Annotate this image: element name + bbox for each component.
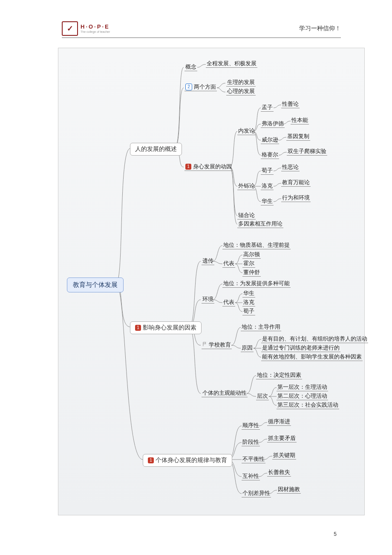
node-laws: 1个体身心发展的规律与教育 — [143, 454, 232, 467]
leaf-multi: 多因素相互作用论 — [237, 220, 283, 228]
leaf-freud: 弗洛伊德 — [261, 120, 285, 128]
logo-subtitle: The college of teacher — [81, 30, 110, 33]
node-inner: 内发论 — [237, 127, 256, 135]
node-two-aspects: 2两个方面 — [184, 84, 217, 91]
header-slogan: 学习一种信仰！ — [299, 25, 341, 32]
node-concept-label: 概念 — [184, 64, 197, 71]
leaf-level3: 第三层次：社会实践活动 — [277, 402, 339, 409]
leaf-school-r3: 能有效地控制、影响学生发展的各种因素 — [261, 353, 363, 361]
leaf-wilson-what: 基因复制 — [286, 133, 310, 141]
node-drivers: 1身心发展的动因 — [184, 163, 233, 171]
leaf-env-reps-label: 代表 — [222, 299, 235, 306]
logo-icon: ✓ — [62, 21, 78, 36]
leaf-school-r1: 是有目的、有计划、有组织的培养人的活动 — [261, 335, 368, 343]
mindmap-canvas: 教育与个体发展 人的发展的概述 概念 全程发展、积极发展 2两个方面 生理的发展… — [58, 48, 365, 515]
leaf-convergent: 辐合论 — [237, 212, 256, 220]
leaf-law-1: 阶段性 — [242, 439, 260, 446]
leaf-edu-3: 长善救失 — [267, 469, 291, 477]
page-number: 5 — [334, 531, 337, 537]
leaf-agency-levels-label: 层次 — [256, 393, 269, 400]
leaf-hall: 霍尔 — [242, 260, 255, 268]
leaf-mengzi: 孟子 — [261, 104, 274, 112]
leaf-school-reason-label: 原因 — [241, 344, 254, 352]
leaf-law-0: 顺序性 — [242, 422, 260, 430]
node-factors: 1影响身心发展的因素 — [130, 321, 202, 334]
leaf-law-2: 不平衡性 — [242, 456, 265, 463]
leaf-watson: 华生 — [261, 198, 274, 205]
leaf-school-r2: 是通过专门训练的老师来进行的 — [261, 344, 340, 352]
leaf-env-pos: 地位：为发展提供多种可能 — [222, 280, 291, 288]
leaf-galton: 高尔顿 — [242, 251, 261, 259]
node-schooling: 学校教育 — [202, 341, 232, 349]
leaf-xunzi-what: 性恶论 — [281, 164, 300, 171]
leaf-level2: 第二层次：心理活动 — [277, 393, 328, 400]
page-header: ✓ H·O·P·E The college of teacher 学习一种信仰！ — [62, 21, 341, 38]
node-concept-text: 全程发展、积极发展 — [206, 60, 257, 68]
leaf-mengzi-what: 性善论 — [281, 101, 300, 108]
leaf-gesell-what: 双生子爬梯实验 — [287, 148, 327, 156]
leaf-psy-dev: 心理的发展 — [226, 88, 256, 95]
logo: ✓ H·O·P·E The college of teacher — [62, 21, 110, 36]
leaf-env-locke: 洛克 — [242, 299, 255, 306]
root-node: 教育与个体发展 — [67, 278, 124, 292]
node-heredity: 遗传 — [202, 257, 214, 265]
leaf-edu-1: 抓主要矛盾 — [267, 435, 297, 442]
node-environment: 环境 — [202, 296, 214, 304]
leaf-dong: 董仲舒 — [242, 269, 261, 277]
leaf-locke-what: 教育万能论 — [281, 179, 311, 187]
node-overview: 人的发展的概述 — [130, 143, 182, 156]
leaf-school-pos: 地位：主导作用 — [241, 324, 281, 331]
node-agency: 个体的主观能动性 — [202, 390, 248, 397]
leaf-heredity-pos: 地位：物质基础、生理前提 — [222, 242, 291, 249]
leaf-level1: 第一层次：生理活动 — [277, 384, 328, 391]
node-outer: 外铄论 — [237, 182, 256, 190]
leaf-law-4: 个别差异性 — [242, 490, 271, 497]
leaf-gesell: 格赛尔 — [261, 151, 279, 159]
leaf-edu-2: 抓关键期 — [272, 452, 296, 460]
leaf-locke: 洛克 — [261, 182, 274, 190]
leaf-edu-0: 循序渐进 — [267, 418, 291, 426]
leaf-xunzi: 荀子 — [261, 167, 274, 175]
leaf-env-watson: 华生 — [242, 290, 255, 298]
leaf-edu-4: 因材施教 — [277, 486, 301, 494]
leaf-heredity-reps-label: 代表 — [222, 260, 235, 268]
logo-title: H·O·P·E — [81, 24, 110, 29]
leaf-wilson: 威尔逊 — [261, 136, 279, 144]
leaf-law-3: 互补性 — [242, 473, 260, 480]
leaf-agency-pos: 地位：决定性因素 — [256, 372, 302, 379]
leaf-env-xunzi: 荀子 — [242, 308, 255, 315]
leaf-watson-what: 行为和环境 — [281, 194, 311, 202]
leaf-freud-what: 性本能 — [291, 117, 309, 124]
leaf-phys-dev: 生理的发展 — [226, 79, 256, 87]
